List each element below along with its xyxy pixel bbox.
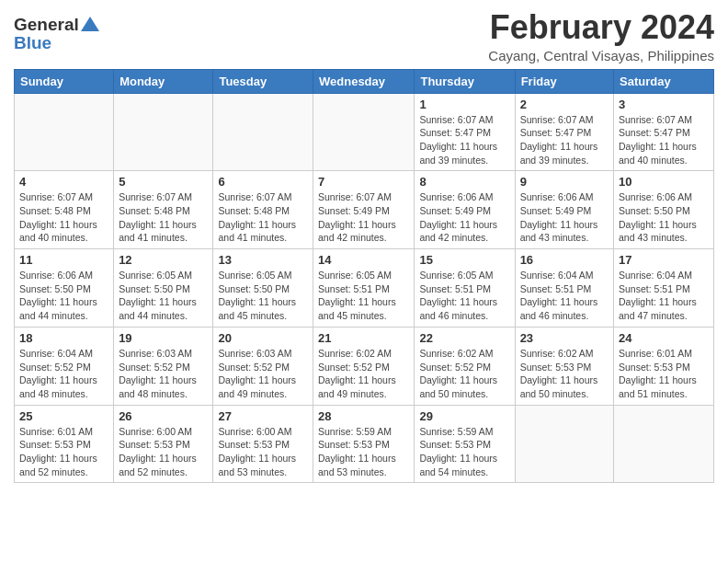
calendar-cell: 11Sunrise: 6:06 AM Sunset: 5:50 PM Dayli… <box>15 249 114 327</box>
calendar-cell: 5Sunrise: 6:07 AM Sunset: 5:48 PM Daylig… <box>114 171 213 249</box>
week-row-2: 4Sunrise: 6:07 AM Sunset: 5:48 PM Daylig… <box>15 171 714 249</box>
day-info: Sunrise: 6:07 AM Sunset: 5:47 PM Dayligh… <box>419 113 509 167</box>
calendar-cell: 20Sunrise: 6:03 AM Sunset: 5:52 PM Dayli… <box>213 327 313 405</box>
calendar-cell: 19Sunrise: 6:03 AM Sunset: 5:52 PM Dayli… <box>114 327 213 405</box>
day-info: Sunrise: 6:01 AM Sunset: 5:53 PM Dayligh… <box>619 347 709 401</box>
calendar-cell <box>213 93 313 171</box>
day-info: Sunrise: 6:03 AM Sunset: 5:52 PM Dayligh… <box>119 347 208 401</box>
calendar-cell: 13Sunrise: 6:05 AM Sunset: 5:50 PM Dayli… <box>213 249 313 327</box>
day-number: 2 <box>520 98 609 111</box>
calendar-table: SundayMondayTuesdayWednesdayThursdayFrid… <box>14 69 714 484</box>
header-saturday: Saturday <box>614 69 714 93</box>
month-title: February 2024 <box>488 9 714 46</box>
day-number: 14 <box>318 253 409 267</box>
day-number: 29 <box>419 409 509 423</box>
day-number: 13 <box>218 253 308 267</box>
day-number: 7 <box>318 175 409 189</box>
calendar-cell: 1Sunrise: 6:07 AM Sunset: 5:47 PM Daylig… <box>415 93 515 171</box>
calendar-cell: 12Sunrise: 6:05 AM Sunset: 5:50 PM Dayli… <box>114 249 213 327</box>
calendar-cell: 22Sunrise: 6:02 AM Sunset: 5:52 PM Dayli… <box>415 327 515 405</box>
logo-icon <box>81 17 99 31</box>
day-number: 6 <box>218 175 308 189</box>
day-info: Sunrise: 6:06 AM Sunset: 5:50 PM Dayligh… <box>619 190 709 245</box>
calendar-cell: 25Sunrise: 6:01 AM Sunset: 5:53 PM Dayli… <box>15 405 114 483</box>
day-number: 15 <box>419 253 509 267</box>
calendar-cell: 29Sunrise: 5:59 AM Sunset: 5:53 PM Dayli… <box>415 405 515 483</box>
header-tuesday: Tuesday <box>213 69 313 93</box>
calendar-cell: 3Sunrise: 6:07 AM Sunset: 5:47 PM Daylig… <box>614 93 714 171</box>
calendar-cell: 28Sunrise: 5:59 AM Sunset: 5:53 PM Dayli… <box>313 405 415 483</box>
day-info: Sunrise: 6:07 AM Sunset: 5:48 PM Dayligh… <box>19 190 108 245</box>
logo-general: General <box>14 15 79 35</box>
day-number: 9 <box>520 175 609 189</box>
calendar-header-row: SundayMondayTuesdayWednesdayThursdayFrid… <box>15 69 714 93</box>
calendar-cell: 2Sunrise: 6:07 AM Sunset: 5:47 PM Daylig… <box>515 93 613 171</box>
calendar-cell: 24Sunrise: 6:01 AM Sunset: 5:53 PM Dayli… <box>614 327 714 405</box>
day-number: 10 <box>619 175 709 189</box>
day-info: Sunrise: 6:07 AM Sunset: 5:47 PM Dayligh… <box>619 113 709 167</box>
day-info: Sunrise: 6:07 AM Sunset: 5:49 PM Dayligh… <box>318 190 409 245</box>
header-friday: Friday <box>515 69 613 93</box>
day-info: Sunrise: 6:07 AM Sunset: 5:47 PM Dayligh… <box>520 113 609 167</box>
calendar-cell: 15Sunrise: 6:05 AM Sunset: 5:51 PM Dayli… <box>415 249 515 327</box>
day-number: 23 <box>520 331 609 345</box>
day-info: Sunrise: 6:04 AM Sunset: 5:52 PM Dayligh… <box>19 347 108 401</box>
week-row-5: 25Sunrise: 6:01 AM Sunset: 5:53 PM Dayli… <box>15 405 714 483</box>
day-number: 25 <box>19 409 108 423</box>
day-info: Sunrise: 5:59 AM Sunset: 5:53 PM Dayligh… <box>419 425 509 479</box>
calendar-cell <box>114 93 213 171</box>
calendar-cell: 17Sunrise: 6:04 AM Sunset: 5:51 PM Dayli… <box>614 249 714 327</box>
calendar-cell: 18Sunrise: 6:04 AM Sunset: 5:52 PM Dayli… <box>15 327 114 405</box>
svg-marker-0 <box>81 17 99 31</box>
title-area: February 2024 Cayang, Central Visayas, P… <box>488 9 714 63</box>
day-info: Sunrise: 6:02 AM Sunset: 5:52 PM Dayligh… <box>318 347 409 401</box>
day-number: 5 <box>119 175 208 189</box>
calendar-cell: 21Sunrise: 6:02 AM Sunset: 5:52 PM Dayli… <box>313 327 415 405</box>
calendar-cell: 23Sunrise: 6:02 AM Sunset: 5:53 PM Dayli… <box>515 327 613 405</box>
location-title: Cayang, Central Visayas, Philippines <box>488 48 714 63</box>
logo: General Blue <box>14 15 99 53</box>
day-info: Sunrise: 6:05 AM Sunset: 5:51 PM Dayligh… <box>318 269 409 323</box>
day-info: Sunrise: 6:07 AM Sunset: 5:48 PM Dayligh… <box>218 190 308 245</box>
day-info: Sunrise: 6:03 AM Sunset: 5:52 PM Dayligh… <box>218 347 308 401</box>
calendar-cell <box>614 405 714 483</box>
header-wednesday: Wednesday <box>313 69 415 93</box>
calendar-cell: 9Sunrise: 6:06 AM Sunset: 5:49 PM Daylig… <box>515 171 613 249</box>
day-info: Sunrise: 6:06 AM Sunset: 5:50 PM Dayligh… <box>19 269 108 323</box>
header-thursday: Thursday <box>415 69 515 93</box>
calendar-cell: 10Sunrise: 6:06 AM Sunset: 5:50 PM Dayli… <box>614 171 714 249</box>
day-number: 8 <box>419 175 509 189</box>
day-number: 12 <box>119 253 208 267</box>
day-info: Sunrise: 6:05 AM Sunset: 5:51 PM Dayligh… <box>419 269 509 323</box>
header: General Blue February 2024 Cayang, Centr… <box>14 9 714 63</box>
calendar-cell <box>515 405 613 483</box>
calendar-cell: 7Sunrise: 6:07 AM Sunset: 5:49 PM Daylig… <box>313 171 415 249</box>
day-info: Sunrise: 6:06 AM Sunset: 5:49 PM Dayligh… <box>520 190 609 245</box>
calendar-cell: 6Sunrise: 6:07 AM Sunset: 5:48 PM Daylig… <box>213 171 313 249</box>
day-info: Sunrise: 6:05 AM Sunset: 5:50 PM Dayligh… <box>119 269 208 323</box>
day-info: Sunrise: 6:00 AM Sunset: 5:53 PM Dayligh… <box>218 425 308 479</box>
day-info: Sunrise: 6:02 AM Sunset: 5:52 PM Dayligh… <box>419 347 509 401</box>
day-number: 19 <box>119 331 208 345</box>
day-number: 22 <box>419 331 509 345</box>
calendar-cell: 16Sunrise: 6:04 AM Sunset: 5:51 PM Dayli… <box>515 249 613 327</box>
day-number: 28 <box>318 409 409 423</box>
week-row-1: 1Sunrise: 6:07 AM Sunset: 5:47 PM Daylig… <box>15 93 714 171</box>
logo-blue: Blue <box>14 33 51 53</box>
day-number: 11 <box>19 253 108 267</box>
day-number: 17 <box>619 253 709 267</box>
day-info: Sunrise: 6:04 AM Sunset: 5:51 PM Dayligh… <box>619 269 709 323</box>
day-number: 1 <box>419 98 509 111</box>
day-number: 16 <box>520 253 609 267</box>
week-row-4: 18Sunrise: 6:04 AM Sunset: 5:52 PM Dayli… <box>15 327 714 405</box>
day-number: 3 <box>619 98 709 111</box>
calendar-cell: 4Sunrise: 6:07 AM Sunset: 5:48 PM Daylig… <box>15 171 114 249</box>
day-number: 4 <box>19 175 108 189</box>
day-number: 18 <box>19 331 108 345</box>
day-number: 27 <box>218 409 308 423</box>
day-info: Sunrise: 6:01 AM Sunset: 5:53 PM Dayligh… <box>19 425 108 479</box>
day-info: Sunrise: 6:00 AM Sunset: 5:53 PM Dayligh… <box>119 425 208 479</box>
calendar-cell <box>15 93 114 171</box>
calendar-cell: 27Sunrise: 6:00 AM Sunset: 5:53 PM Dayli… <box>213 405 313 483</box>
calendar-cell: 26Sunrise: 6:00 AM Sunset: 5:53 PM Dayli… <box>114 405 213 483</box>
